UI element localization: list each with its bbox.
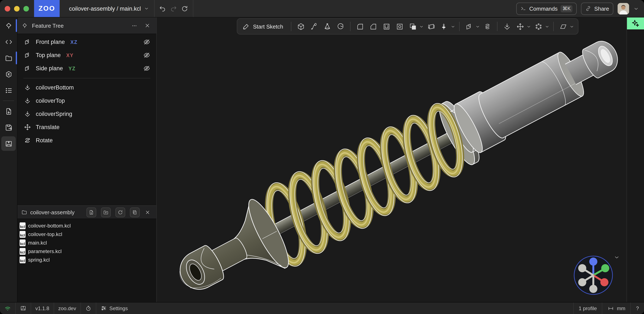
timer-status[interactable] [81, 302, 96, 314]
eye-off-icon[interactable] [143, 65, 150, 72]
file-row-coilover-top[interactable]: kcl coilover-top.kcl [19, 230, 156, 238]
rail-code-button[interactable] [0, 34, 17, 50]
rotate-icon [24, 137, 31, 144]
boolean-menu-chevron[interactable] [419, 20, 424, 32]
rail-load-external-button[interactable] [0, 103, 17, 119]
feature-tree-item-translate[interactable]: Translate [18, 120, 156, 134]
revolve-button[interactable] [334, 20, 347, 32]
rail-feature-tree-button[interactable] [0, 18, 17, 34]
feature-tree-item-front-plane[interactable]: Front plane XZ [18, 35, 156, 48]
file-name: coilover-top.kcl [28, 231, 62, 237]
settings-button[interactable]: Settings [96, 302, 132, 314]
help-button[interactable]: ? [630, 302, 644, 314]
helix-button[interactable] [481, 20, 494, 32]
gizmo-z-axis[interactable] [589, 258, 597, 266]
refresh-files-button[interactable] [116, 207, 125, 217]
feature-label: Translate [36, 124, 60, 130]
extrude-button[interactable] [295, 20, 307, 32]
minimize-window-button[interactable] [14, 6, 20, 11]
project-breadcrumb[interactable]: coilover-assembly / main.kcl [66, 4, 152, 14]
insert-icon [24, 97, 31, 104]
gizmo-neg-z-axis[interactable] [589, 285, 597, 293]
site-link[interactable]: zoo.dev [54, 302, 81, 314]
collapse-folders-button[interactable] [130, 207, 140, 217]
machine-status[interactable] [16, 302, 31, 314]
gizmo-neg-y-axis[interactable] [578, 264, 586, 272]
chevron-down-icon [144, 6, 149, 11]
new-file-button[interactable] [86, 207, 96, 217]
gizmo-x-axis[interactable] [600, 278, 608, 286]
pattern-button[interactable] [532, 20, 545, 32]
refresh-button[interactable] [179, 3, 190, 14]
fillet-button[interactable] [354, 20, 366, 32]
file-row-main[interactable]: kcl main.kcl [19, 238, 156, 247]
insert-menu-chevron[interactable] [450, 20, 456, 32]
network-icon [4, 305, 11, 312]
transform-menu-chevron[interactable] [526, 20, 532, 32]
left-rail [0, 18, 18, 302]
app-version[interactable]: v1.1.8 [31, 302, 54, 314]
feature-tree-menu-button[interactable] [130, 21, 139, 30]
feature-tree-item-side-plane[interactable]: Side plane YZ [18, 62, 156, 75]
commands-button[interactable]: Commands ⌘K [516, 2, 577, 15]
loft-button[interactable] [321, 20, 334, 32]
insert-part-button[interactable] [438, 20, 451, 32]
face-menu-chevron[interactable] [569, 20, 574, 32]
gizmo-y-axis[interactable] [601, 264, 609, 272]
profiles-indicator[interactable]: 1 profile [573, 302, 602, 314]
user-menu-chevron-icon[interactable] [633, 6, 639, 11]
file-row-spring[interactable]: kcl spring.kcl [19, 256, 156, 264]
rail-export-button[interactable] [0, 119, 17, 136]
file-row-coilover-bottom[interactable]: kcl coilover-bottom.kcl [19, 222, 156, 230]
sweep-button[interactable] [308, 20, 320, 32]
face-plane-button[interactable] [557, 20, 570, 32]
rail-files-button[interactable] [0, 50, 17, 66]
new-folder-button[interactable] [101, 207, 111, 217]
start-sketch-button[interactable]: Start Sketch [241, 23, 288, 30]
file-pane-close-button[interactable] [143, 208, 152, 217]
close-window-button[interactable] [5, 6, 10, 11]
feature-tree-close-button[interactable] [143, 21, 152, 30]
mirror-button[interactable] [425, 20, 438, 32]
pattern-menu-chevron[interactable] [544, 20, 550, 32]
hole-button[interactable] [394, 20, 406, 32]
rail-make-button[interactable] [1, 136, 16, 151]
shell-button[interactable] [380, 20, 393, 32]
boolean-icon [409, 22, 417, 30]
machine-icon [20, 305, 26, 312]
file-download-icon [4, 107, 12, 115]
transform-button[interactable] [514, 20, 526, 32]
zoo-logo: ZOO [34, 0, 60, 17]
offset-plane-button[interactable] [463, 20, 475, 32]
view-gizmo[interactable] [573, 255, 614, 296]
zoom-window-button[interactable] [24, 6, 29, 11]
gizmo-menu-chevron[interactable] [614, 254, 620, 260]
boolean-button[interactable] [407, 20, 419, 32]
header-divider [193, 0, 193, 17]
text-to-cad-button[interactable] [627, 18, 644, 30]
redo-button[interactable] [168, 3, 179, 14]
feature-tree-item-rotate[interactable]: Rotate [18, 134, 156, 147]
chamfer-button[interactable] [367, 20, 380, 32]
gizmo-neg-x-axis[interactable] [578, 278, 586, 286]
eye-off-icon[interactable] [143, 52, 150, 59]
shell-icon [382, 22, 390, 30]
share-button[interactable]: Share [581, 2, 613, 15]
eye-off-icon[interactable] [143, 38, 150, 46]
feature-tree-item-coiloverbottom[interactable]: coiloverBottom [18, 81, 156, 94]
file-pane-header: coilover-assembly [18, 206, 156, 219]
file-row-parameters[interactable]: kcl parameters.kcl [19, 247, 156, 256]
import-button[interactable] [501, 20, 513, 32]
3d-viewport[interactable]: Start Sketch [157, 18, 626, 302]
move-icon [24, 124, 31, 131]
units-indicator[interactable]: mm [602, 302, 630, 314]
undo-button[interactable] [157, 3, 168, 14]
rail-logs-button[interactable] [0, 82, 17, 98]
plane-menu-chevron[interactable] [475, 20, 480, 32]
rail-variables-button[interactable] [0, 66, 17, 82]
network-status[interactable] [0, 302, 16, 314]
feature-tree-item-top-plane[interactable]: Top plane XY [18, 48, 156, 62]
feature-tree-item-coiloverspring[interactable]: coiloverSpring [18, 107, 156, 120]
feature-tree-item-coilovertop[interactable]: coiloverTop [18, 94, 156, 107]
user-avatar[interactable] [618, 3, 629, 14]
